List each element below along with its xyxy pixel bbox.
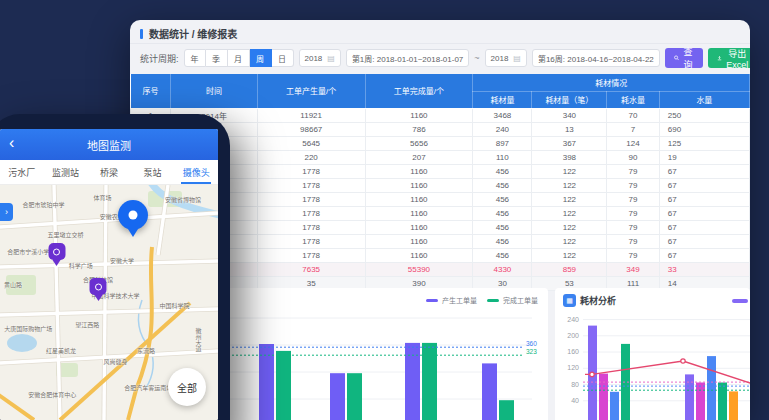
map-label: 安徽大学 (110, 256, 134, 265)
tab-泵站[interactable]: 泵站 (131, 160, 175, 184)
legend-label: 产生工单量 (442, 295, 477, 305)
legend-label: 完成工单量 (503, 295, 538, 305)
map-label: 徽州大道 (194, 328, 203, 352)
map-label: 风尚健身 (104, 357, 128, 366)
workorder-chart-legend: 产生工单量 完成工单量 (426, 295, 538, 305)
svg-text:240: 240 (567, 316, 579, 323)
marker-dot (128, 210, 137, 219)
phone-screen: ‹ 地图监测 污水厂监测站桥梁泵站摄像头 (0, 129, 218, 420)
calendar-icon: ▤ (513, 54, 521, 63)
camera-marker[interactable] (48, 243, 65, 260)
svg-text:160: 160 (567, 348, 579, 355)
svg-text:80: 80 (571, 381, 579, 388)
consumables-bar-chart[interactable]: 4080120160200240 (555, 308, 750, 420)
export-button-label: 导出Excel (725, 47, 750, 70)
query-button-label: 查询 (682, 45, 694, 71)
year-start-select[interactable]: 2018 ▤ (299, 49, 341, 67)
group-column-header: 耗材情况 (473, 74, 750, 91)
map-label: 科学广场 (69, 260, 93, 269)
phone-title: 地图监测 (87, 137, 131, 153)
tab-桥梁[interactable]: 桥梁 (87, 160, 131, 184)
map-label: 中国科学院 (159, 300, 189, 309)
filter-bar: 统计周期: 年季月周日 2018 ▤ 第1周: 2018-01-01~2018-… (130, 44, 750, 72)
table-row[interactable]: 12014年119211160346834070250 (131, 108, 750, 122)
svg-text:360: 360 (526, 340, 537, 347)
map-label: 合肥市宁溪小学 (7, 246, 49, 255)
breadcrumb-accent-bar (140, 29, 143, 39)
year-end-value: 2018 (491, 54, 509, 63)
period-option-季[interactable]: 季 (206, 49, 228, 67)
year-end-select[interactable]: 2018 ▤ (485, 49, 527, 67)
year-start-value: 2018 (305, 54, 323, 63)
table-header-row: 序号时间工单产生量/个工单完成量/个耗材情况 (131, 74, 750, 91)
consumables-chart-title-text: 耗材分析 (580, 294, 616, 307)
search-icon (674, 54, 679, 62)
consumables-chart-title: ▦ 耗材分析 (563, 294, 616, 307)
map-label: 安徽省博物馆 (165, 195, 201, 204)
tab-污水厂[interactable]: 污水厂 (0, 160, 44, 184)
column-header[interactable]: 工单产生量/个 (257, 74, 365, 108)
camera-lens-icon (95, 283, 102, 290)
map-label: 五里墩立交桥 (47, 230, 83, 239)
map-label: 黄山路 (4, 279, 22, 288)
map-view[interactable]: 合肥市琥珀中学体育场安徽农业大学安徽省博物馆五里墩立交桥合肥市宁溪小学科学广场安… (0, 185, 218, 420)
sub-column-header[interactable]: 耗材量 (473, 91, 532, 108)
period-option-年[interactable]: 年 (184, 49, 206, 67)
svg-text:40: 40 (571, 397, 579, 404)
chart-icon: ▦ (563, 294, 576, 307)
range-end-input[interactable]: 第16周: 2018-04-16~2018-04-22 (532, 49, 660, 67)
selected-camera-marker[interactable] (118, 200, 148, 230)
tab-摄像头[interactable]: 摄像头 (174, 160, 218, 184)
phone-header: ‹ 地图监测 (0, 129, 218, 160)
period-segmented-control: 年季月周日 (184, 49, 294, 67)
legend-item[interactable]: 完成工单量 (487, 295, 538, 305)
svg-text:323: 323 (526, 348, 537, 355)
period-option-月[interactable]: 月 (228, 49, 250, 67)
show-all-button[interactable]: 全部 (168, 368, 206, 406)
svg-text:200: 200 (567, 332, 579, 339)
map-label: 大唐国际购物广场 (4, 324, 52, 333)
screenshot-stage: 数据统计 / 维修报表 统计周期: 年季月周日 2018 ▤ 第1周: 2018… (0, 0, 769, 420)
calendar-icon: ▤ (327, 54, 335, 63)
range-separator: ~ (474, 53, 479, 63)
period-option-周[interactable]: 周 (250, 49, 272, 67)
map-label: 合肥市琥珀中学 (23, 199, 65, 208)
query-button[interactable]: 查询 (665, 48, 703, 68)
map-label: 望江西路 (75, 319, 99, 328)
sub-column-header[interactable]: 水量 (659, 91, 749, 108)
camera-lens-icon (53, 248, 60, 255)
range-start-value: 第1周: 2018-01-01~2018-01-07 (352, 53, 463, 64)
map-label: 合肥汽车客运南站 (124, 383, 172, 392)
map-label: 安徽合肥体育中心 (28, 390, 76, 399)
breadcrumb: 数据统计 / 维修报表 (130, 24, 750, 44)
period-option-日[interactable]: 日 (272, 49, 294, 67)
column-header[interactable]: 工单完成量/个 (365, 74, 473, 108)
map-label: 体育场 (93, 192, 111, 201)
consumables-chart-card: ▦ 耗材分析 4080120160200240 (555, 288, 750, 420)
period-label: 统计周期: (140, 52, 179, 65)
tab-监测站[interactable]: 监测站 (44, 160, 88, 184)
phone-tab-bar: 污水厂监测站桥梁泵站摄像头 (0, 160, 218, 185)
download-icon (717, 54, 722, 62)
range-start-input[interactable]: 第1周: 2018-01-01~2018-01-07 (346, 49, 469, 67)
column-header[interactable]: 序号 (131, 74, 171, 108)
svg-text:120: 120 (567, 364, 579, 371)
back-icon[interactable]: ‹ (9, 133, 14, 153)
phone-mockup: ‹ 地图监测 污水厂监测站桥梁泵站摄像头 (0, 114, 230, 420)
map-expand-button[interactable]: › (0, 203, 13, 221)
export-excel-button[interactable]: 导出Excel (708, 48, 750, 68)
map-label: 东流路 (137, 345, 155, 354)
column-header[interactable]: 时间 (171, 74, 257, 108)
camera-marker[interactable] (90, 278, 107, 295)
legend-swatch (487, 299, 499, 302)
legend-swatch (426, 299, 438, 302)
range-end-value: 第16周: 2018-04-16~2018-04-22 (538, 53, 654, 64)
sub-column-header[interactable]: 耗水量 (607, 91, 659, 108)
charts-row: 产生工单量 完成工单量 360323 ▦ 耗材分析 40801201602002… (140, 288, 750, 420)
consumables-chart-legend-swatch (732, 299, 748, 303)
breadcrumb-text: 数据统计 / 维修报表 (149, 26, 237, 41)
map-label: 红星美凯龙 (46, 345, 76, 354)
legend-item[interactable]: 产生工单量 (426, 295, 477, 305)
sub-column-header[interactable]: 耗材量（笔） (532, 91, 607, 108)
